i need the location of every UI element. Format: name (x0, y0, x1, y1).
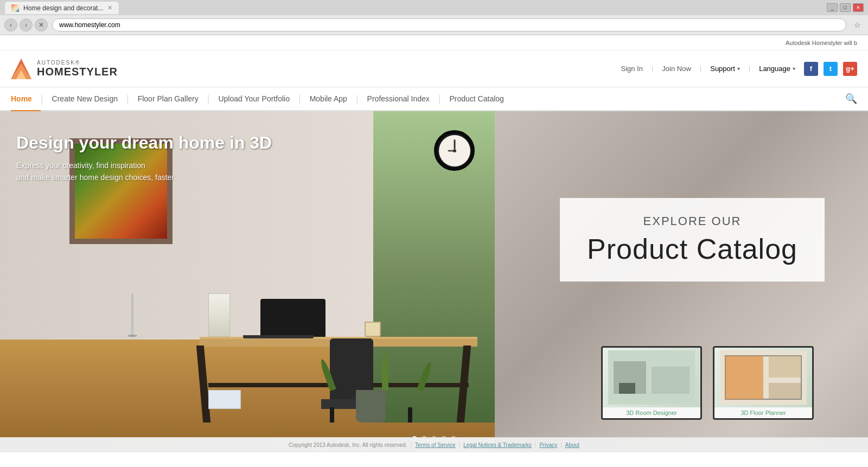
room-designer-preview-image (608, 350, 695, 405)
join-now-link[interactable]: Join Now (662, 65, 691, 73)
laptop-screen (260, 299, 326, 337)
room-designer-thumb[interactable]: 3D Room Designer (601, 346, 702, 420)
svg-rect-9 (725, 356, 763, 399)
svg-rect-10 (769, 356, 801, 378)
nav-professional-index[interactable]: Professional Index (359, 87, 438, 111)
catalog-explore-text: EXPLORE OUR (587, 214, 797, 228)
support-label: Support (710, 65, 735, 73)
coffee-cup (365, 322, 381, 337)
hero-text-block: Design your dream home in 3D Express you… (16, 133, 272, 184)
nav-home[interactable]: Home (11, 87, 41, 111)
floor-planner-preview-image (720, 350, 807, 405)
nav-floor-plan-gallery[interactable]: Floor Plan Gallery (129, 87, 207, 111)
back-button[interactable]: ‹ (4, 18, 17, 31)
search-icon[interactable]: 🔍 (845, 93, 857, 105)
logo-area[interactable]: AUTODESK® HOMESTYLER (11, 59, 118, 79)
address-bar-row: ‹ › ✕ ☆ (0, 15, 868, 35)
close-window-button[interactable]: ✕ (853, 3, 864, 12)
nav-mobile-app[interactable]: Mobile App (301, 87, 356, 111)
footer-privacy-link[interactable]: Privacy (539, 442, 557, 448)
mini-thumbnails: 3D Room Designer 3D Floor Planner (601, 346, 814, 420)
lamp-shade (208, 293, 230, 337)
room-designer-preview (603, 348, 700, 407)
logo-homestyler-text: HOMESTYLER (37, 66, 118, 78)
tab-title: Home design and decorat... (23, 4, 103, 12)
lamp-pole (131, 293, 133, 337)
hero-section: Design your dream home in 3D Express you… (0, 111, 868, 452)
sign-in-link[interactable]: Sign In (621, 65, 642, 73)
nav-upload-portfolio[interactable]: Upload Your Portfolio (209, 87, 298, 111)
site-wrapper: Autodesk Homestyler will b AUTODESK® HOM… (0, 35, 868, 467)
main-navigation: Home | Create New Design | Floor Plan Ga… (0, 87, 868, 111)
browser-tab[interactable]: Home design and decorat... ✕ (4, 1, 119, 14)
hero-headline: Design your dream home in 3D (16, 133, 272, 153)
floor-planner-thumb[interactable]: 3D Floor Planner (713, 346, 814, 420)
toolbar-icons: ☆ (851, 18, 864, 31)
svg-rect-5 (652, 367, 690, 394)
google-plus-icon[interactable]: g+ (843, 62, 857, 76)
hero-subtext: Express your creativity, find inspiratio… (16, 159, 272, 184)
lamp-base (127, 335, 137, 337)
svg-rect-6 (619, 383, 635, 394)
facebook-icon[interactable]: f (804, 62, 818, 76)
tab-close-button[interactable]: ✕ (107, 4, 112, 11)
social-icons: f t g+ (804, 62, 857, 76)
nav-buttons: ‹ › ✕ (4, 18, 48, 31)
top-notification-bar: Autodesk Homestyler will b (0, 35, 868, 50)
browser-chrome: Home design and decorat... ✕ _ □ ✕ ‹ › ✕… (0, 0, 868, 35)
nav-product-catalog[interactable]: Product Catalog (441, 87, 512, 111)
maximize-button[interactable]: □ (840, 3, 851, 12)
site-header: AUTODESK® HOMESTYLER Sign In | Join Now … (0, 50, 868, 87)
wall-clock (434, 130, 475, 171)
logo-autodesk-text: AUTODESK® (37, 60, 118, 66)
plant-pot (356, 390, 386, 423)
nav-create-new-design[interactable]: Create New Design (43, 87, 126, 111)
autodesk-logo-icon (11, 59, 31, 79)
support-chevron-icon: ▾ (737, 66, 740, 72)
language-label: Language (759, 65, 790, 73)
language-chevron-icon: ▾ (793, 66, 795, 72)
header-sep-3: | (749, 65, 750, 73)
hero-subline-2: and make smarter home design choices, fa… (16, 171, 272, 183)
chair-leg-left (330, 407, 334, 423)
site-footer: Copyright 2013 Autodesk, Inc. All rights… (0, 437, 868, 452)
tab-favicon (11, 4, 19, 12)
footer-copyright: Copyright 2013 Autodesk, Inc. All rights… (289, 442, 407, 448)
window-controls: _ □ ✕ (827, 3, 864, 12)
catalog-title-text: Product Catalog (587, 233, 797, 265)
header-sep-2: | (700, 65, 701, 73)
window-area (373, 111, 495, 423)
footer-terms-link[interactable]: Terms of Service (415, 442, 455, 448)
floor-planner-label: 3D Floor Planner (714, 407, 812, 418)
language-menu[interactable]: Language ▾ (759, 65, 795, 73)
footer-legal-link[interactable]: Legal Notices & Trademarks (463, 442, 532, 448)
footer-about-link[interactable]: About (565, 442, 579, 448)
svg-rect-11 (769, 383, 801, 399)
minimize-button[interactable]: _ (827, 3, 838, 12)
chair-leg-right (408, 407, 412, 423)
title-bar: Home design and decorat... ✕ _ □ ✕ (0, 0, 868, 15)
room-designer-label: 3D Room Designer (603, 407, 700, 418)
header-sep-1: | (652, 65, 653, 73)
header-links: Sign In | Join Now | Support ▾ | Languag… (621, 65, 795, 73)
catalog-overlay: EXPLORE OUR Product Catalog (560, 198, 825, 282)
laptop-base (243, 335, 314, 338)
forward-button[interactable]: › (20, 18, 33, 31)
refresh-button[interactable]: ✕ (35, 18, 48, 31)
address-input[interactable] (52, 18, 846, 31)
support-menu[interactable]: Support ▾ (710, 65, 740, 73)
floor-planner-preview (714, 348, 812, 407)
books (208, 390, 241, 409)
logo-text: AUTODESK® HOMESTYLER (37, 60, 118, 78)
bookmark-icon[interactable]: ☆ (851, 18, 864, 31)
twitter-icon[interactable]: t (824, 62, 838, 76)
hero-subline-1: Express your creativity, find inspiratio… (16, 159, 272, 171)
plant-leaf-2 (382, 352, 388, 390)
notification-text: Autodesk Homestyler will b (786, 40, 857, 46)
